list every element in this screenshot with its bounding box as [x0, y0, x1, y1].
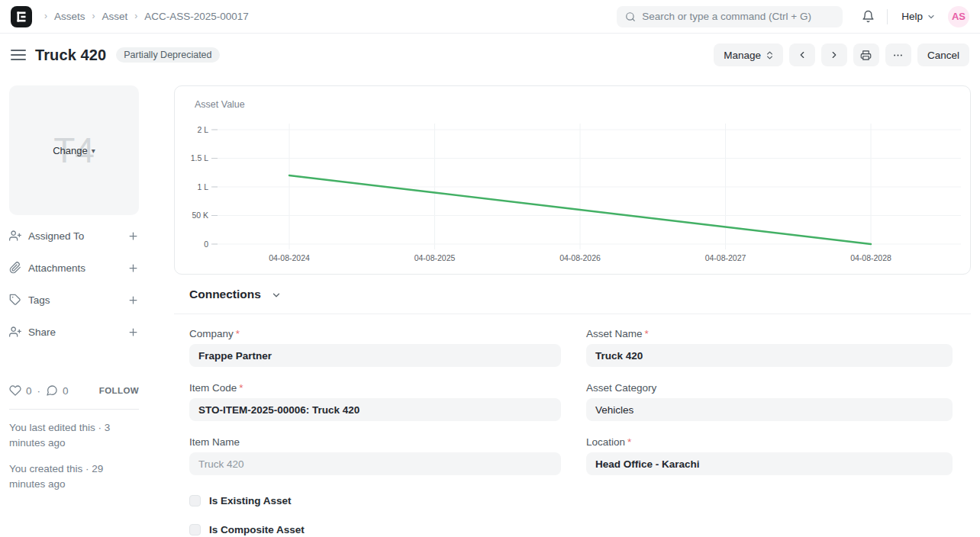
notifications-button[interactable]: [856, 5, 879, 28]
sidebar-toggle-button[interactable]: [11, 50, 26, 60]
required-marker: *: [645, 328, 649, 339]
menu-button[interactable]: [885, 43, 911, 66]
comment-icon: [46, 384, 58, 397]
help-label: Help: [901, 11, 923, 22]
field-label-item-code: Item Code*: [189, 382, 561, 394]
checkbox-label: Is Composite Asset: [209, 524, 305, 535]
caret-down-icon: ▾: [92, 146, 95, 155]
checkbox-label: Is Existing Asset: [209, 495, 292, 506]
field-label-company: Company*: [189, 328, 561, 339]
status-badge: Partially Depreciated: [116, 47, 219, 63]
top-navbar: › Assets › Asset › ACC-ASS-2025-00017 Se…: [0, 0, 980, 34]
chevron-down-icon: [927, 12, 936, 21]
chevron-left-icon: [797, 50, 808, 60]
breadcrumb-item-current[interactable]: ACC-ASS-2025-00017: [144, 11, 249, 22]
follow-button[interactable]: FOLLOW: [99, 386, 139, 395]
required-marker: *: [236, 328, 240, 339]
search-icon: [625, 11, 636, 22]
checkbox-icon[interactable]: [189, 495, 201, 506]
plus-icon[interactable]: [127, 262, 139, 274]
navbar-divider: [887, 9, 888, 24]
header-actions: Manage Cancel: [714, 43, 969, 66]
user-share-icon: [9, 326, 21, 338]
printer-icon: [860, 50, 872, 61]
item-code-input[interactable]: STO-ITEM-2025-00006: Truck 420: [189, 398, 561, 421]
comments-count: 0: [63, 385, 69, 397]
svg-text:04-08-2026: 04-08-2026: [559, 253, 601, 262]
sidebar-item-tags[interactable]: Tags: [9, 284, 139, 316]
print-button[interactable]: [853, 43, 879, 66]
chevron-down-icon[interactable]: [271, 290, 282, 301]
like-button[interactable]: [9, 384, 21, 397]
asset-name-input[interactable]: Truck 420: [586, 344, 953, 367]
field-label-asset-name: Asset Name*: [586, 328, 953, 339]
location-input[interactable]: Head Office - Karachi: [586, 452, 953, 475]
sidebar-item-attachments[interactable]: Attachments: [9, 252, 139, 284]
connections-section-header[interactable]: Connections: [174, 275, 971, 314]
erpnext-logo-icon: [15, 11, 27, 23]
separator-dot: ·: [37, 385, 41, 397]
manage-button[interactable]: Manage: [714, 43, 783, 66]
svg-text:04-08-2024: 04-08-2024: [269, 253, 310, 262]
likes-count: 0: [26, 385, 32, 397]
sidebar-divider: [9, 409, 139, 410]
is-existing-asset-checkbox[interactable]: Is Existing Asset: [189, 495, 561, 506]
previous-document-button[interactable]: [789, 43, 815, 66]
manage-label: Manage: [724, 50, 761, 61]
tag-icon: [9, 294, 21, 306]
next-document-button[interactable]: [821, 43, 847, 66]
field-asset-name: Asset Name* Truck 420: [586, 328, 953, 367]
plus-icon[interactable]: [127, 230, 139, 242]
asset-value-chart-card: Asset Value 04-08-202404-08-202504-08-20…: [174, 85, 971, 275]
breadcrumb-separator-icon: ›: [92, 11, 95, 21]
activity-log: You last edited this · 3 minutes ago You…: [9, 420, 139, 492]
search-input[interactable]: Search or type a command (Ctrl + G): [617, 6, 843, 27]
sidebar-item-share[interactable]: Share: [9, 316, 139, 348]
field-label-asset-category: Asset Category: [586, 382, 953, 394]
sidebar-item-label: Tags: [28, 294, 50, 306]
breadcrumb-item-asset[interactable]: Asset: [102, 11, 128, 22]
sidebar-item-assigned-to[interactable]: Assigned To: [9, 220, 139, 252]
field-label-location: Location*: [586, 436, 953, 448]
field-company: Company* Frappe Partner: [189, 328, 561, 367]
svg-text:1.5 L: 1.5 L: [191, 153, 209, 162]
cancel-button[interactable]: Cancel: [917, 43, 969, 66]
comments-button[interactable]: [46, 384, 58, 397]
svg-text:0: 0: [204, 240, 208, 249]
change-image-button[interactable]: Change ▾: [9, 145, 139, 156]
help-menu[interactable]: Help: [897, 8, 940, 25]
field-item-code: Item Code* STO-ITEM-2025-00006: Truck 42…: [189, 382, 561, 421]
breadcrumb-separator-icon: ›: [44, 11, 47, 21]
social-row: 0 · 0 FOLLOW: [9, 384, 139, 397]
company-input[interactable]: Frappe Partner: [189, 344, 561, 367]
created-text: You created this · 29 minutes ago: [9, 461, 139, 492]
breadcrumb: › Assets › Asset › ACC-ASS-2025-00017: [44, 11, 249, 22]
field-label-item-name: Item Name: [189, 436, 561, 448]
field-asset-category: Asset Category Vehicles: [586, 382, 953, 421]
svg-text:2 L: 2 L: [197, 125, 208, 134]
last-edited-text: You last edited this · 3 minutes ago: [9, 420, 139, 451]
is-composite-asset-checkbox[interactable]: Is Composite Asset: [189, 524, 561, 535]
app-logo[interactable]: [11, 6, 32, 27]
item-name-input[interactable]: Truck 420: [189, 452, 561, 475]
chevron-right-icon: [829, 50, 840, 60]
breadcrumb-item-assets[interactable]: Assets: [54, 11, 85, 22]
page-title: Truck 420: [35, 47, 106, 64]
bell-icon: [862, 10, 875, 23]
breadcrumb-separator-icon: ›: [134, 11, 137, 21]
plus-icon[interactable]: [127, 326, 139, 338]
plus-icon[interactable]: [127, 294, 139, 306]
checkbox-group: Is Existing Asset Is Composite Asset: [189, 495, 561, 537]
asset-form: Company* Frappe Partner Asset Name* Truc…: [174, 314, 971, 537]
required-marker: *: [239, 382, 243, 394]
user-avatar[interactable]: AS: [948, 6, 969, 27]
asset-category-input[interactable]: Vehicles: [586, 398, 953, 421]
main-content: Asset Value 04-08-202404-08-202504-08-20…: [174, 76, 971, 537]
document-sidebar: T4 Change ▾ Assigned To Attachments: [0, 76, 174, 503]
select-caret-icon: [766, 51, 773, 59]
ellipsis-icon: [892, 50, 904, 61]
checkbox-icon[interactable]: [189, 524, 201, 535]
cancel-label: Cancel: [927, 50, 959, 61]
svg-text:04-08-2025: 04-08-2025: [414, 253, 456, 262]
navbar-right: Help AS: [843, 5, 969, 28]
